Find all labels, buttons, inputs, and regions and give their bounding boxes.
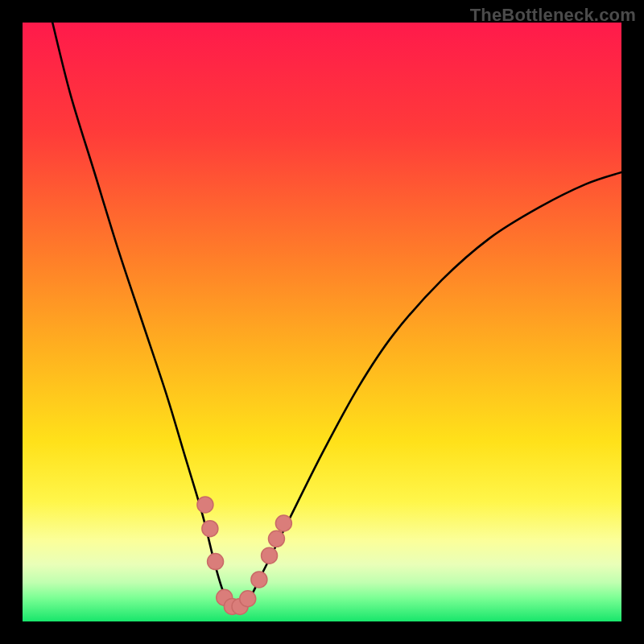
curve-marker xyxy=(275,515,291,531)
curve-markers xyxy=(197,497,291,614)
curve-marker xyxy=(251,572,267,588)
curve-marker xyxy=(240,591,256,607)
watermark-text: TheBottleneck.com xyxy=(470,5,636,26)
outer-frame: TheBottleneck.com xyxy=(0,0,644,644)
bottleneck-curve xyxy=(52,23,621,608)
curve-marker xyxy=(208,554,224,570)
curve-layer xyxy=(23,23,621,621)
curve-marker xyxy=(268,530,284,547)
plot-area xyxy=(23,23,621,621)
curve-marker xyxy=(262,547,278,564)
curve-marker xyxy=(197,497,213,513)
curve-marker xyxy=(202,521,218,537)
